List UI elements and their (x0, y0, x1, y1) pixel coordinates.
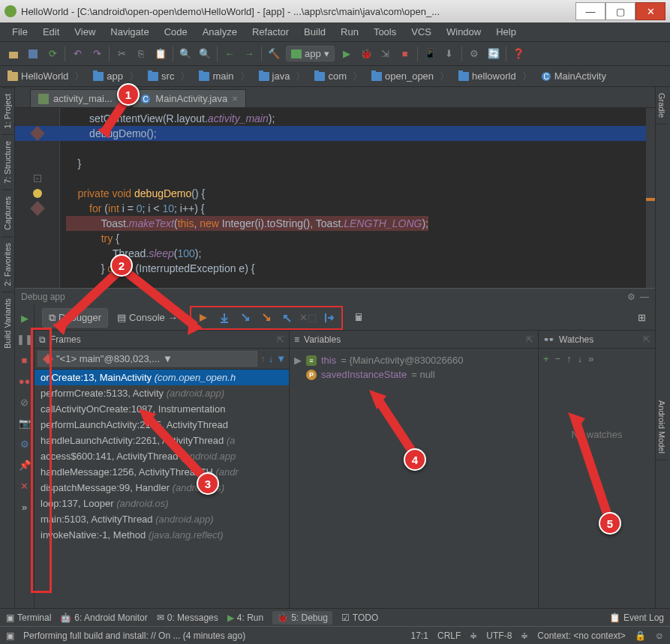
minimize-button[interactable]: — (575, 2, 605, 20)
frame-row[interactable]: handleMessage:1256, ActivityThread$H (an… (35, 464, 289, 480)
rerun-icon[interactable]: ▶ (18, 311, 32, 325)
expand-icon[interactable]: ▶ (294, 355, 302, 366)
crumb-java[interactable]: java〉 (254, 68, 311, 85)
menu-code[interactable]: Code (158, 25, 194, 39)
tab-close-icon[interactable]: × (232, 93, 238, 104)
pin-icon[interactable]: 📌 (18, 458, 32, 472)
lock-icon[interactable]: 🔒 (635, 631, 646, 641)
caret-position[interactable]: 17:1 (411, 631, 428, 641)
run-icon[interactable]: ▶ (339, 46, 354, 61)
tab-project[interactable]: 1: Project (2, 87, 14, 134)
attach-icon[interactable]: ⇲ (378, 46, 393, 61)
settings-icon[interactable]: ⚙ (627, 292, 635, 302)
crumb-src[interactable]: src〉 (143, 68, 194, 85)
add-watch-icon[interactable]: + (543, 353, 549, 364)
variable-list[interactable]: ▶ ≡ this = {MainActivity@830026660 P sav… (290, 349, 538, 386)
avd-icon[interactable]: 📱 (422, 46, 437, 61)
crumb-app[interactable]: app〉 (89, 68, 143, 85)
down-icon[interactable]: ↓ (578, 353, 583, 364)
remove-watch-icon[interactable]: − (555, 353, 561, 364)
undo-icon[interactable]: ↶ (70, 46, 85, 61)
help-icon[interactable]: ❓ (511, 46, 526, 61)
breakpoints-icon[interactable]: ●● (18, 374, 32, 388)
frame-row[interactable]: onCreate:13, MainActivity (com.open_open… (35, 370, 289, 385)
up-icon[interactable]: ↑ (566, 353, 572, 364)
save-icon[interactable] (26, 46, 41, 61)
frame-row[interactable]: performCreate:5133, Activity (android.ap… (35, 385, 289, 401)
back-icon[interactable]: ← (222, 46, 237, 61)
step-over-icon[interactable] (214, 309, 235, 327)
settings-icon[interactable]: ⚙ (18, 437, 32, 451)
tab-eventlog[interactable]: 📋Event Log (609, 613, 664, 623)
frame-list[interactable]: onCreate:13, MainActivity (com.open_open… (35, 370, 289, 608)
tab-terminal[interactable]: ▣Terminal (6, 613, 51, 623)
encoding[interactable]: UTF-8 (486, 631, 512, 641)
crumb-main[interactable]: main〉 (194, 68, 254, 85)
cut-icon[interactable]: ✂ (114, 46, 129, 61)
menu-help[interactable]: Help (490, 25, 522, 39)
tab-android-monitor[interactable]: 🤖6: Android Monitor (60, 613, 147, 623)
frame-row[interactable]: loop:137, Looper (android.os) (35, 496, 289, 511)
drop-frame-icon[interactable]: ✕⬚ (298, 309, 319, 327)
frame-row[interactable]: dispatchMessage:99, Handler (android.os) (35, 480, 289, 496)
open-icon[interactable] (6, 46, 21, 61)
find-icon[interactable]: 🔍 (178, 46, 193, 61)
redo-icon[interactable]: ↷ (89, 46, 104, 61)
tab-run[interactable]: ▶4: Run (227, 613, 263, 623)
show-exec-point-icon[interactable] (193, 309, 214, 327)
dump-icon[interactable]: 📷 (18, 416, 32, 430)
maximize-button[interactable]: ▢ (605, 2, 635, 20)
context[interactable]: Context: <no context> (537, 631, 625, 641)
stop-icon[interactable]: ■ (18, 353, 32, 367)
replace-icon[interactable]: 🔍 (197, 46, 212, 61)
close-button[interactable]: ✕ (635, 2, 665, 20)
pin-icon[interactable]: ⇱ (526, 334, 533, 345)
frame-row[interactable]: performLaunchActivity:2175, ActivityThre… (35, 417, 289, 433)
tab-debug[interactable]: 🐞5: Debug (272, 611, 332, 625)
layout-icon[interactable]: ⊞ (631, 309, 652, 327)
fold-icon[interactable]: − (34, 175, 41, 182)
tab-gradle[interactable]: Gradle (656, 87, 668, 124)
tab-android-model[interactable]: Android Model (656, 394, 668, 460)
frame-row[interactable]: invokeNative:-1, Method (java.lang.refle… (35, 527, 289, 543)
pin-icon[interactable]: ⇱ (277, 334, 284, 345)
hector-icon[interactable]: ☺ (655, 631, 664, 641)
force-step-into-icon[interactable] (256, 309, 277, 327)
variable-row[interactable]: ▶ ≡ this = {MainActivity@830026660 (294, 353, 533, 367)
minimize-icon[interactable]: — (640, 292, 649, 302)
run-config-selector[interactable]: app ▾ (286, 46, 335, 61)
sync-icon[interactable]: ⟳ (45, 46, 60, 61)
error-stripe[interactable] (646, 108, 655, 288)
mute-bp-icon[interactable]: ⊘ (18, 395, 32, 409)
debug-run-icon[interactable]: 🐞 (359, 46, 374, 61)
evaluate-icon[interactable]: 🖩 (349, 309, 370, 327)
frame-row[interactable]: main:5103, ActivityThread (android.app) (35, 511, 289, 527)
thread-selector[interactable]: "<1> main"@830,023,... ▼ (38, 351, 257, 367)
filter-icon[interactable]: ▼ (276, 353, 286, 364)
close-icon[interactable]: ✕ (18, 479, 32, 493)
menu-file[interactable]: File (6, 25, 34, 39)
tab-mainactivity[interactable]: C MainActivity.java × (132, 89, 245, 107)
menu-refactor[interactable]: Refactor (246, 25, 295, 39)
frame-row[interactable]: callActivityOnCreate:1087, Instrumentati… (35, 401, 289, 417)
step-out-icon[interactable] (277, 309, 298, 327)
prev-frame-icon[interactable]: ↑ (260, 353, 266, 364)
sync-gradle-icon[interactable]: 🔄 (486, 46, 501, 61)
more-icon[interactable]: » (18, 500, 32, 514)
intention-bulb-icon[interactable] (33, 189, 42, 198)
forward-icon[interactable]: → (242, 46, 257, 61)
menu-build[interactable]: Build (298, 25, 332, 39)
frame-row[interactable]: access$600:141, ActivityThread (android.… (35, 448, 289, 464)
run-to-cursor-icon[interactable] (319, 309, 340, 327)
menu-run[interactable]: Run (335, 25, 365, 39)
menu-window[interactable]: Window (440, 25, 487, 39)
tab-messages[interactable]: ✉0: Messages (157, 613, 218, 623)
tab-variants[interactable]: Build Variants (2, 292, 14, 355)
breakpoint-marker[interactable] (30, 201, 45, 216)
menu-view[interactable]: View (68, 25, 101, 39)
tab-favorites[interactable]: 2: Favorites (2, 236, 14, 292)
pause-icon[interactable]: ❚❚ (18, 332, 32, 346)
menu-tools[interactable]: Tools (368, 25, 402, 39)
make-icon[interactable]: 🔨 (266, 46, 281, 61)
tab-todo[interactable]: ☑TODO (341, 613, 378, 623)
